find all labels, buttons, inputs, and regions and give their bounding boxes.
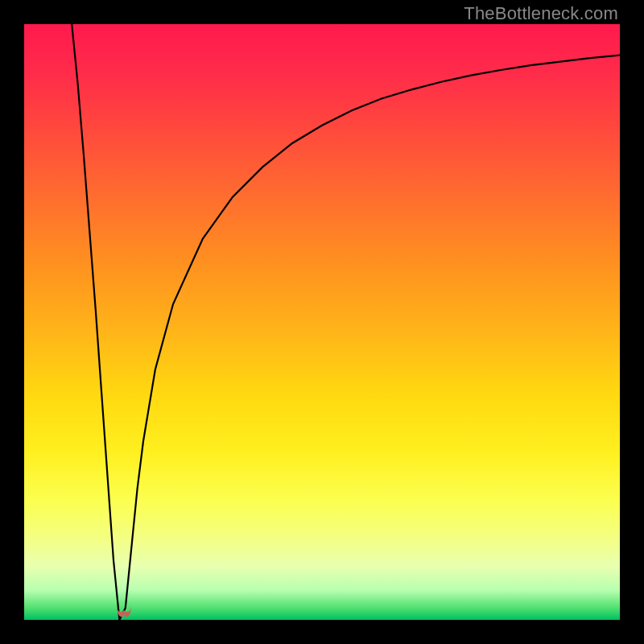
attribution-text: TheBottleneck.com bbox=[464, 3, 618, 24]
optimal-marker-shape bbox=[117, 605, 131, 617]
optimal-marker bbox=[114, 604, 134, 618]
curve-path bbox=[72, 24, 620, 620]
bottleneck-curve bbox=[24, 24, 620, 620]
chart-frame: TheBottleneck.com bbox=[0, 0, 644, 644]
plot-area bbox=[24, 24, 620, 620]
